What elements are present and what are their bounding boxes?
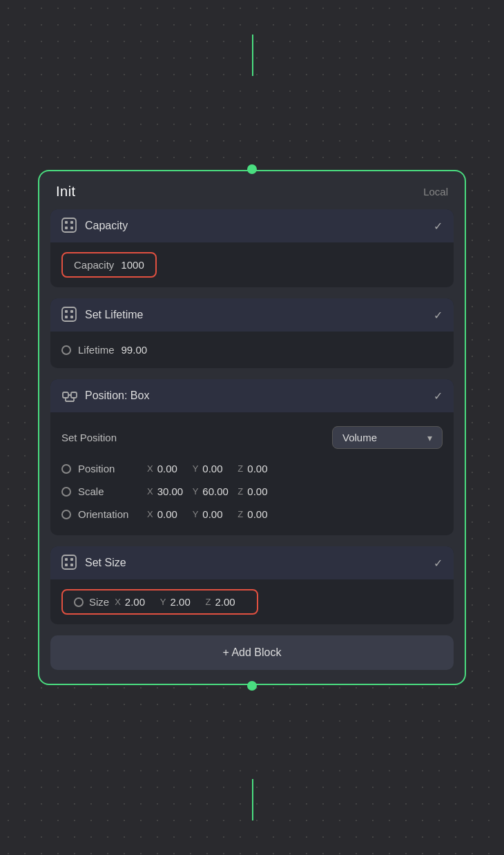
scale-xyz-label: Scale bbox=[78, 486, 140, 497]
position-block-header[interactable]: Position: Box ✓ bbox=[50, 379, 454, 412]
chevron-down-icon: ▾ bbox=[427, 432, 432, 443]
capacity-dice-icon bbox=[61, 218, 78, 234]
size-field[interactable]: Size x 2.00 y 2.00 z 2.00 bbox=[61, 589, 258, 615]
size-x-label: x bbox=[115, 597, 121, 607]
svg-rect-18 bbox=[70, 558, 73, 561]
node-header: Init Local bbox=[39, 171, 465, 209]
orientation-xyz-group: x 0.00 y 0.00 z 0.00 bbox=[147, 508, 278, 520]
dropdown-value: Volume bbox=[342, 432, 377, 443]
capacity-block: Capacity ✓ Capacity 1000 bbox=[50, 209, 454, 287]
scale-y-label: y bbox=[193, 486, 199, 497]
capacity-field-label: Capacity bbox=[74, 259, 114, 271]
capacity-block-header[interactable]: Capacity ✓ bbox=[50, 209, 454, 242]
orientation-z-label: z bbox=[238, 509, 243, 519]
size-check-icon: ✓ bbox=[434, 557, 443, 570]
svg-rect-9 bbox=[70, 316, 73, 318]
lifetime-dice-icon bbox=[61, 307, 78, 323]
node-title: Init bbox=[56, 184, 76, 200]
size-y-value: 2.00 bbox=[171, 596, 202, 608]
scale-x-value: 30.00 bbox=[157, 486, 188, 497]
add-block-button[interactable]: + Add Block bbox=[50, 635, 454, 670]
orientation-x-value: 0.00 bbox=[157, 508, 188, 520]
svg-rect-20 bbox=[70, 564, 73, 566]
svg-rect-6 bbox=[65, 310, 68, 313]
size-z-value: 2.00 bbox=[215, 596, 246, 608]
svg-rect-4 bbox=[70, 227, 73, 229]
orientation-circle-icon bbox=[61, 510, 71, 519]
scale-z-value: 0.00 bbox=[247, 486, 278, 497]
volume-dropdown[interactable]: Volume ▾ bbox=[332, 426, 443, 449]
lifetime-header-left: Set Lifetime bbox=[61, 307, 143, 323]
lifetime-field-label: Lifetime bbox=[78, 344, 115, 356]
capacity-field[interactable]: Capacity 1000 bbox=[61, 252, 157, 278]
size-x-value: 2.00 bbox=[125, 596, 156, 608]
svg-rect-5 bbox=[62, 307, 76, 321]
position-xyz-group: x 0.00 y 0.00 z 0.00 bbox=[147, 463, 278, 474]
size-block-title: Set Size bbox=[85, 557, 126, 569]
position-block: Position: Box ✓ Set Position Volume ▾ Po… bbox=[50, 379, 454, 535]
set-position-row: Set Position Volume ▾ bbox=[61, 422, 443, 457]
svg-rect-16 bbox=[62, 555, 76, 569]
size-block-header[interactable]: Set Size ✓ bbox=[50, 546, 454, 579]
svg-rect-19 bbox=[65, 564, 68, 566]
position-z-label: z bbox=[238, 463, 243, 474]
node-badge: Local bbox=[423, 186, 448, 198]
orientation-y-label: y bbox=[193, 509, 199, 519]
size-block-body: Size x 2.00 y 2.00 z 2.00 bbox=[50, 579, 454, 624]
position-header-left: Position: Box bbox=[61, 387, 149, 404]
svg-rect-8 bbox=[65, 316, 68, 318]
lifetime-check-icon: ✓ bbox=[434, 309, 443, 322]
position-z-value: 0.00 bbox=[247, 463, 278, 474]
position-block-body: Set Position Volume ▾ Position x 0.00 y … bbox=[50, 412, 454, 535]
lifetime-block: Set Lifetime ✓ Lifetime 99.00 bbox=[50, 298, 454, 368]
svg-rect-3 bbox=[65, 227, 68, 229]
svg-rect-2 bbox=[70, 221, 73, 224]
set-position-label: Set Position bbox=[61, 432, 117, 443]
position-box-icon bbox=[61, 387, 78, 404]
lifetime-row: Lifetime 99.00 bbox=[61, 341, 443, 358]
scale-x-label: x bbox=[147, 486, 153, 497]
lifetime-circle-icon bbox=[61, 345, 71, 355]
connector-bottom bbox=[247, 681, 257, 691]
position-circle-icon bbox=[61, 464, 71, 474]
orientation-y-value: 0.00 bbox=[202, 508, 233, 520]
size-xyz-group: x 2.00 y 2.00 z 2.00 bbox=[115, 596, 246, 608]
position-y-value: 0.00 bbox=[202, 463, 233, 474]
position-x-value: 0.00 bbox=[157, 463, 188, 474]
connector-top bbox=[247, 164, 257, 174]
position-xyz-label: Position bbox=[78, 463, 140, 474]
capacity-field-value: 1000 bbox=[121, 259, 144, 271]
lifetime-field-value: 99.00 bbox=[122, 344, 148, 356]
size-z-label: z bbox=[206, 597, 211, 607]
svg-rect-7 bbox=[70, 310, 73, 313]
svg-rect-17 bbox=[65, 558, 68, 561]
orientation-z-value: 0.00 bbox=[247, 508, 278, 520]
position-check-icon: ✓ bbox=[434, 390, 443, 403]
scale-xyz-group: x 30.00 y 60.00 z 0.00 bbox=[147, 486, 278, 497]
scale-z-label: z bbox=[238, 486, 243, 497]
capacity-header-left: Capacity bbox=[61, 218, 128, 234]
lifetime-block-header[interactable]: Set Lifetime ✓ bbox=[50, 298, 454, 332]
svg-rect-10 bbox=[63, 392, 68, 398]
lifetime-block-body: Lifetime 99.00 bbox=[50, 332, 454, 368]
orientation-xyz-label: Orientation bbox=[78, 508, 140, 520]
svg-rect-11 bbox=[71, 392, 77, 398]
orientation-x-label: x bbox=[147, 509, 153, 519]
svg-rect-0 bbox=[62, 218, 76, 232]
size-y-label: y bbox=[160, 597, 166, 607]
size-block: Set Size ✓ Size x 2.00 y 2.00 z 2.00 bbox=[50, 546, 454, 624]
position-y-label: y bbox=[193, 463, 199, 474]
orientation-xyz-row: Orientation x 0.00 y 0.00 z 0.00 bbox=[61, 503, 443, 526]
position-x-label: x bbox=[147, 463, 153, 474]
position-xyz-row: Position x 0.00 y 0.00 z 0.00 bbox=[61, 457, 443, 480]
size-circle-icon bbox=[74, 597, 84, 607]
capacity-check-icon: ✓ bbox=[434, 220, 443, 233]
scale-xyz-row: Scale x 30.00 y 60.00 z 0.00 bbox=[61, 480, 443, 503]
size-dice-icon bbox=[61, 555, 78, 571]
position-block-title: Position: Box bbox=[85, 390, 149, 402]
svg-rect-1 bbox=[65, 221, 68, 224]
scale-y-value: 60.00 bbox=[202, 486, 233, 497]
capacity-block-body: Capacity 1000 bbox=[50, 242, 454, 287]
size-field-label: Size bbox=[89, 596, 109, 608]
page-background: Init Local Capacity bbox=[0, 0, 504, 855]
